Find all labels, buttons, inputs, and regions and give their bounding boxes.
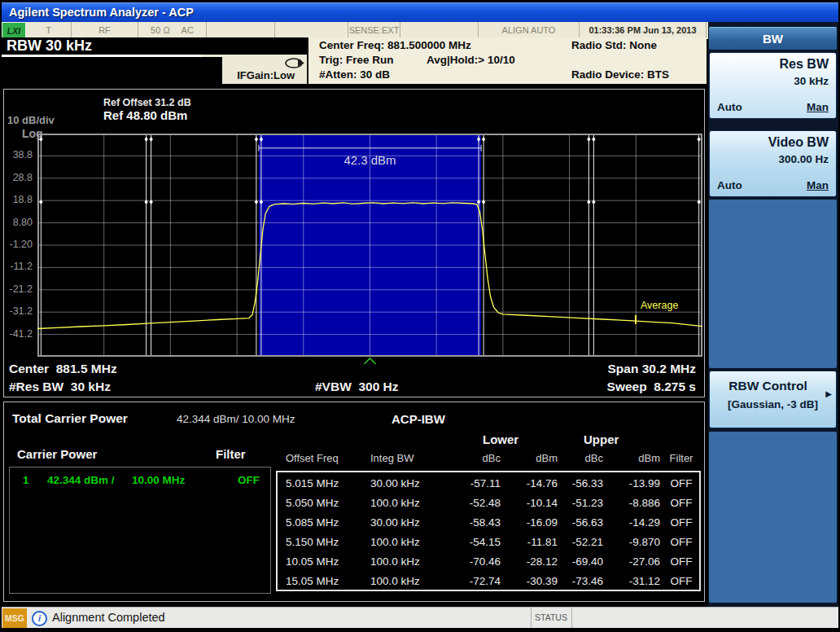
attenuation-setting: #Atten: 30 dB	[319, 68, 390, 81]
acp-cell: -14.76	[504, 474, 561, 494]
y-tick-label: 18.8	[4, 194, 33, 205]
acp-cell: -72.74	[450, 572, 504, 591]
y-tick-label: -11.2	[4, 261, 33, 272]
sweep-annotation: Sweep 8.275 s	[607, 380, 696, 394]
vbw-annotation: #VBW 300 Hz	[315, 380, 399, 394]
info-icon: i	[32, 611, 47, 626]
video-bw-title: Video BW	[768, 135, 829, 150]
y-tick-label: -1.20	[4, 239, 33, 250]
video-bw-auto-option: Auto	[717, 179, 742, 191]
acp-col-header: dBm	[606, 451, 663, 466]
acp-cell: -9.870	[606, 533, 663, 552]
ref-offset-label: Ref Offset 31.2 dB	[103, 97, 191, 108]
acp-cell: OFF	[663, 474, 699, 494]
video-bw-value: 300.00 Hz	[778, 153, 829, 165]
res-bw-button[interactable]: Res BW 30 kHz Auto Man	[709, 52, 837, 119]
acp-cell: -69.40	[561, 552, 606, 572]
acp-cell: 30.00 kHz	[359, 474, 450, 494]
y-tick-label: -41.2	[4, 328, 33, 340]
radio-device-setting: Radio Device: BTS	[571, 68, 669, 81]
acp-cell: -14.29	[606, 513, 663, 533]
acp-cell: -16.09	[504, 513, 561, 533]
res-bw-title: Res BW	[780, 57, 829, 72]
trigger-setting: Trig: Free Run	[319, 54, 394, 66]
coupling-label: AC	[176, 25, 199, 35]
acp-col-header: Integ BW	[359, 451, 450, 466]
datetime-display: 01:33:36 PM Jun 13, 2013	[580, 22, 707, 39]
acp-cell: -13.99	[606, 474, 663, 494]
spectrum-plot-panel: Ref Offset 31.2 dB Ref 48.80 dBm 10 dB/d…	[3, 89, 705, 397]
avg-hold-setting: Avg|Hold:> 10/10	[427, 54, 515, 66]
softkey-menu: BW Res BW 30 kHz Auto Man Video BW 300.0…	[708, 22, 838, 607]
radio-std-setting: Radio Std: None	[571, 39, 657, 51]
y-tick-label: 38.8	[4, 149, 33, 160]
rbw-control-title: RBW Control	[710, 379, 826, 393]
acp-cell: 15.05 MHz	[278, 572, 359, 591]
status-cell-empty	[207, 22, 275, 39]
res-bw-auto-option: Auto	[717, 101, 742, 113]
acp-cell: -56.63	[561, 513, 606, 533]
status-strip: LXI T RF 50 ΩAC SENSE:EXT ALIGN AUTO 01:…	[2, 22, 708, 39]
lxi-indicator: LXI	[2, 22, 26, 39]
res-bw-value: 30 kHz	[794, 75, 829, 87]
impedance-label: 50 Ω	[145, 25, 176, 35]
softkey-filler	[709, 432, 837, 603]
acp-cell: 5.085 MHz	[278, 513, 359, 533]
softkey-filler	[709, 200, 837, 368]
acp-cell: -51.23	[561, 494, 606, 513]
video-bw-button[interactable]: Video BW 300.00 Hz Auto Man	[709, 130, 837, 197]
settings-panel: Center Freq: 881.500000 MHz Trig: Free R…	[307, 37, 707, 84]
msg-badge: MSG	[2, 608, 27, 628]
y-tick-label: -31.2	[4, 305, 33, 317]
acp-cell: 5.050 MHz	[278, 494, 359, 513]
submenu-arrow-icon: ▶	[825, 389, 832, 398]
acp-cell: -70.46	[450, 552, 504, 572]
banner-spacer	[2, 57, 222, 84]
rf-indicator: RF	[72, 22, 138, 39]
carrier-filter-value: OFF	[238, 474, 260, 486]
acp-cell: -57.11	[450, 474, 504, 494]
carrier-filter-header: Filter	[216, 447, 246, 461]
carrier-power-header: Carrier Power	[17, 447, 97, 461]
acp-cell: -27.06	[606, 552, 663, 572]
carrier-index: 1	[23, 474, 29, 486]
y-tick-label: 28.8	[4, 172, 33, 183]
ref-level-label: Ref 48.80 dBm	[103, 108, 187, 122]
trigger-indicator: T	[26, 22, 72, 39]
video-bw-man-option: Man	[807, 179, 829, 191]
status-cell-empty	[275, 22, 348, 39]
acp-cell: 100.0 kHz	[359, 494, 450, 513]
carrier-power-table: 1 42.344 dBm / 10.00 MHz OFF	[9, 467, 271, 594]
acp-cell: 100.0 kHz	[359, 552, 450, 572]
acp-cell: -54.15	[450, 533, 504, 552]
acp-upper-group-header: Upper	[584, 432, 619, 446]
total-carrier-power-value: 42.344 dBm/ 10.00 MHz	[177, 413, 295, 425]
total-carrier-power-label: Total Carrier Power	[12, 411, 128, 426]
acp-cell: 100.0 kHz	[359, 572, 450, 591]
acp-cell: -28.12	[504, 552, 561, 572]
acp-lower-group-header: Lower	[483, 432, 518, 446]
acp-col-header: Offset Freq	[278, 451, 359, 466]
trace-name-label: Average	[641, 300, 678, 311]
y-tick-label: -21.2	[4, 283, 33, 295]
acp-measurement-title: ACP-IBW	[392, 412, 445, 426]
title-bar: Agilent Spectrum Analyzer - ACP	[2, 2, 838, 22]
status-bar: MSG i Alignment Completed STATUS	[2, 607, 838, 628]
status-message: Alignment Completed	[52, 611, 165, 624]
acp-cell: -10.14	[504, 494, 561, 513]
res-bw-man-option: Man	[807, 101, 829, 113]
rbw-control-button[interactable]: RBW Control ▶ [Gaussian, -3 dB]	[709, 371, 837, 428]
acp-cell: -31.12	[606, 572, 663, 591]
center-freq-caret-icon	[365, 358, 376, 364]
carrier-bw-value: 10.00 MHz	[132, 474, 185, 486]
acp-cell: 100.0 kHz	[359, 533, 450, 552]
acp-cell: -52.48	[450, 494, 504, 513]
acp-table-body: 5.015 MHz30.00 kHz-57.11-14.76-56.33-13.…	[276, 471, 701, 591]
status-label: STATUS	[532, 608, 570, 628]
acp-cell: 10.05 MHz	[278, 552, 359, 572]
carrier-power-value: 42.344 dBm /	[47, 474, 115, 486]
acp-cell: OFF	[663, 494, 699, 513]
menu-header-bw: BW	[709, 27, 837, 50]
input-coupling-indicator: 50 ΩAC	[138, 22, 207, 39]
carrier-power-readout: 42.3 dBm	[343, 153, 396, 167]
